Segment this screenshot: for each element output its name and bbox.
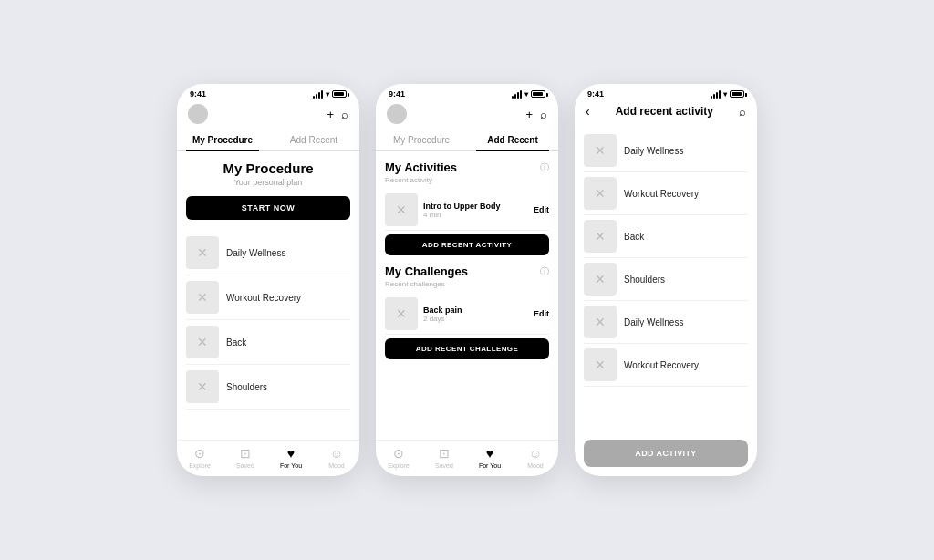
header-icons-2: + ⌕	[525, 108, 547, 121]
activity-thumb: ✕	[186, 326, 219, 358]
nav-saved-1[interactable]: ⊡ Saved	[223, 446, 268, 469]
foryou-label-2: For You	[479, 462, 501, 469]
add-icon-2[interactable]: +	[525, 108, 533, 121]
explore-icon-2: ⊙	[393, 446, 404, 461]
activity-label-3a: Daily Wellness	[624, 146, 683, 156]
tab-add-recent-1[interactable]: Add Recent	[268, 130, 359, 150]
challenges-subtitle: Recent challenges	[385, 280, 549, 288]
activity-label-3b: Workout Recovery	[624, 189, 699, 199]
activity-label: Shoulders	[226, 382, 267, 392]
activities-title: My Activities	[385, 161, 457, 174]
battery-1	[332, 90, 347, 98]
status-bar-1: 9:41 ▾	[177, 84, 359, 100]
signal-3	[711, 90, 721, 99]
saved-icon-1: ⊡	[240, 446, 251, 461]
activity-label-3e: Daily Wellness	[624, 317, 683, 327]
mood-label-2: Mood	[527, 462, 544, 469]
status-bar-3: 9:41 ▾	[575, 84, 757, 100]
avatar-2	[387, 104, 407, 124]
procedure-title: My Procedure	[186, 161, 350, 176]
list-item[interactable]: ✕ Daily Wellness	[584, 301, 748, 344]
activity-thumb-3c: ✕	[584, 220, 617, 253]
nav-foryou-2[interactable]: ♥ For You	[467, 446, 513, 469]
list-item[interactable]: ✕ Back	[584, 215, 748, 258]
phone-content-1: My Procedure Your personal plan START NO…	[177, 151, 359, 440]
recent-challenge-item: ✕ Back pain 2 days Edit	[385, 294, 549, 335]
nav-explore-1[interactable]: ⊙ Explore	[177, 446, 223, 469]
challenges-title: My Challenges	[385, 264, 468, 278]
start-now-button[interactable]: START NOW	[186, 196, 350, 220]
explore-icon-1: ⊙	[194, 446, 205, 461]
search-icon-3[interactable]: ⌕	[739, 105, 746, 119]
activity-label-3c: Back	[624, 232, 644, 242]
recent-activity-item: ✕ Intro to Upper Body 4 min Edit	[385, 190, 549, 231]
search-icon-2[interactable]: ⌕	[540, 108, 547, 121]
time-2: 9:41	[389, 89, 405, 99]
recent-activity-sub: 4 min	[423, 211, 501, 219]
tab-add-recent-2[interactable]: Add Recent	[467, 130, 558, 150]
wifi-icon-1: ▾	[326, 90, 329, 99]
screen3-title: Add recent activity	[616, 105, 713, 118]
mood-label-1: Mood	[328, 462, 345, 469]
tab-my-procedure-1[interactable]: My Procedure	[177, 130, 268, 150]
add-recent-challenge-button[interactable]: ADD RECENT CHALLENGE	[385, 338, 549, 359]
list-item[interactable]: ✕ Shoulders	[584, 258, 748, 301]
back-header-3: ‹ Add recent activity ⌕	[575, 100, 757, 124]
activities-info-icon[interactable]: ⓘ	[540, 161, 549, 174]
list-item[interactable]: ✕ Workout Recovery	[584, 172, 748, 215]
nav-saved-2[interactable]: ⊡ Saved	[421, 446, 467, 469]
activity-label-3d: Shoulders	[624, 275, 665, 285]
phone-content-2: My Activities ⓘ Recent activity ✕ Intro …	[376, 151, 558, 440]
header-icons-1: + ⌕	[327, 108, 348, 121]
search-icon-1[interactable]: ⌕	[341, 108, 348, 121]
activity-thumb-3f: ✕	[584, 348, 617, 381]
status-icons-3: ▾	[711, 90, 744, 99]
battery-2	[531, 90, 545, 98]
nav-explore-2[interactable]: ⊙ Explore	[376, 446, 421, 469]
add-recent-activity-button[interactable]: ADD RECENT ACTIVITY	[385, 234, 549, 255]
activity-thumb: ✕	[186, 370, 219, 403]
activity-thumb-3d: ✕	[584, 263, 617, 296]
foryou-icon-1: ♥	[287, 446, 295, 461]
challenge-sub: 2 days	[423, 315, 462, 323]
activities-subtitle: Recent activity	[385, 176, 549, 184]
time-1: 9:41	[190, 89, 206, 99]
activity-label-3f: Workout Recovery	[624, 360, 699, 370]
add-activity-button[interactable]: ADD ACTIVITY	[584, 440, 748, 467]
nav-mood-1[interactable]: ☺ Mood	[314, 446, 359, 469]
battery-3	[730, 90, 744, 98]
signal-2	[512, 90, 522, 99]
phone-2: 9:41 ▾ + ⌕ My Procedure Add	[376, 84, 558, 476]
nav-foryou-1[interactable]: ♥ For You	[268, 446, 314, 469]
edit-activity-button[interactable]: Edit	[534, 205, 549, 214]
challenge-left: ✕ Back pain 2 days	[385, 297, 462, 330]
activity-thumb: ✕	[186, 236, 219, 269]
activity-label: Daily Wellness	[226, 248, 285, 258]
bottom-nav-1: ⊙ Explore ⊡ Saved ♥ For You ☺ Mood	[177, 440, 359, 476]
back-icon-3[interactable]: ‹	[586, 104, 590, 119]
signal-1	[313, 90, 323, 99]
edit-challenge-button[interactable]: Edit	[534, 309, 549, 318]
challenges-section-header: My Challenges ⓘ	[385, 264, 549, 279]
phone-3: 9:41 ▾ ‹ Add recent activity ⌕ ✕ Dai	[575, 84, 757, 476]
add-icon-1[interactable]: +	[327, 108, 334, 121]
phones-container: 9:41 ▾ + ⌕ My Procedure Add	[177, 84, 757, 476]
saved-icon-2: ⊡	[439, 446, 450, 461]
challenges-info-icon[interactable]: ⓘ	[540, 265, 549, 278]
recent-activity-title: Intro to Upper Body	[423, 202, 501, 211]
list-item[interactable]: ✕ Workout Recovery	[584, 344, 748, 387]
status-bar-2: 9:41 ▾	[376, 84, 558, 100]
saved-label-2: Saved	[435, 462, 453, 469]
status-icons-2: ▾	[512, 90, 545, 99]
top-tabs-2: My Procedure Add Recent	[376, 130, 558, 151]
explore-label-2: Explore	[388, 462, 410, 469]
nav-mood-2[interactable]: ☺ Mood	[513, 446, 558, 469]
activities-section-header: My Activities ⓘ	[385, 161, 549, 175]
activity-thumb-3e: ✕	[584, 306, 617, 338]
list-item: ✕ Shoulders	[186, 365, 350, 410]
tab-my-procedure-2[interactable]: My Procedure	[376, 130, 467, 150]
list-item[interactable]: ✕ Daily Wellness	[584, 130, 748, 172]
activity-thumb: ✕	[186, 281, 219, 314]
time-3: 9:41	[587, 89, 604, 99]
foryou-icon-2: ♥	[486, 446, 493, 461]
